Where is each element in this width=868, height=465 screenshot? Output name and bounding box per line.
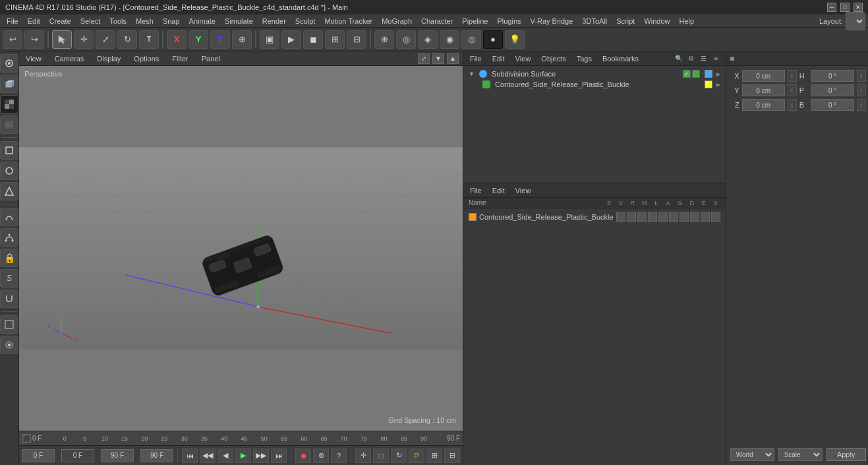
menu-character[interactable]: Character — [417, 16, 457, 26]
coord-p-val[interactable] — [811, 84, 854, 96]
lt-shading[interactable] — [0, 115, 18, 134]
redo-button[interactable]: ↪ — [24, 30, 44, 49]
object-list[interactable]: ▼ Subdivision Surface ✓ ▶ Contoured_Side… — [463, 66, 726, 183]
frame-current-input[interactable] — [61, 449, 94, 462]
picture-viewer-button[interactable]: ⊞ — [325, 30, 345, 49]
obj-menu-file[interactable]: File — [467, 53, 484, 64]
apply-button[interactable]: Apply — [826, 448, 866, 461]
obj-icon-search[interactable]: 🔍 — [674, 53, 684, 64]
minimize-button[interactable]: ─ — [827, 3, 836, 12]
menu-mesh[interactable]: Mesh — [132, 16, 158, 26]
vp-menu-display[interactable]: Display — [94, 53, 123, 64]
coord-h-val[interactable] — [811, 70, 854, 82]
transport-goto-start[interactable]: ⏮ — [182, 449, 198, 463]
attr-flag-s[interactable] — [616, 212, 625, 222]
obj-icon-settings[interactable]: ⚙ — [686, 53, 697, 64]
menu-script[interactable]: Script — [612, 16, 639, 26]
z-axis-button[interactable]: Z — [210, 30, 230, 49]
coord-z-pos[interactable] — [742, 99, 785, 111]
menu-mograph[interactable]: MoGraph — [378, 16, 416, 26]
lt-sym[interactable]: S — [0, 269, 18, 288]
snap-button[interactable]: ⊕ — [374, 30, 394, 49]
lt-effector[interactable] — [0, 336, 18, 354]
transport-add-key[interactable]: ✛ — [355, 449, 371, 463]
obj-icon-tree[interactable]: ≡ — [711, 53, 722, 64]
transport-goto-end[interactable]: ⏭ — [271, 449, 287, 463]
attr-flag-x[interactable] — [711, 212, 720, 222]
obj-menu-tags[interactable]: Tags — [574, 53, 594, 64]
x-axis-button[interactable]: X — [167, 30, 187, 49]
transport-ping-pong[interactable]: P — [409, 449, 424, 463]
lt-cube[interactable] — [0, 141, 18, 160]
render-settings-button[interactable]: ◼ — [303, 30, 323, 49]
vp-menu-cameras[interactable]: Cameras — [52, 53, 87, 64]
coord-scale-dropdown[interactable]: Scale — [778, 448, 823, 461]
menu-help[interactable]: Help — [676, 16, 699, 26]
lt-cone[interactable] — [0, 182, 18, 201]
timeline-area[interactable]: ⬛ 0 F 0 5 10 15 20 25 30 35 40 45 50 55 … — [19, 431, 463, 445]
menu-simulate[interactable]: Simulate — [221, 16, 257, 26]
coord-y-pos[interactable] — [742, 84, 785, 96]
vp-menu-view[interactable]: View — [23, 53, 44, 64]
layout-select[interactable]: Startup — [846, 12, 865, 30]
vp-ctrl-up[interactable]: ▲ — [447, 53, 459, 64]
coord-b-val[interactable] — [811, 99, 854, 111]
menu-sculpt[interactable]: Sculpt — [291, 16, 320, 26]
attr-flag-l[interactable] — [658, 212, 668, 222]
lt-array[interactable]: 🔒 — [0, 249, 18, 267]
coord-x-pos[interactable] — [742, 70, 785, 82]
coord-world-dropdown[interactable]: World — [730, 448, 774, 461]
transform-tool-button[interactable]: T — [139, 30, 159, 49]
transport-play[interactable]: ▶ — [235, 449, 251, 463]
menu-tools[interactable]: Tools — [105, 16, 130, 26]
menu-pipeline[interactable]: Pipeline — [458, 16, 492, 26]
menu-motion-tracker[interactable]: Motion Tracker — [320, 16, 376, 26]
lt-sphere[interactable] — [0, 162, 18, 180]
transport-minimize[interactable]: ⊟ — [444, 449, 460, 463]
viewport[interactable]: X Y Z — [19, 66, 463, 431]
transport-clear[interactable]: □ — [373, 449, 389, 463]
obj-icon-filter[interactable]: ☰ — [699, 53, 709, 64]
rotate-tool-button[interactable]: ↻ — [117, 30, 137, 49]
menu-select[interactable]: Select — [76, 16, 105, 26]
obj-menu-bookmarks[interactable]: Bookmarks — [600, 53, 641, 64]
frame-start-input[interactable] — [22, 449, 55, 462]
menu-animate[interactable]: Animate — [185, 16, 219, 26]
render-region-button[interactable]: ▣ — [260, 30, 279, 49]
menu-file[interactable]: File — [3, 16, 22, 26]
menu-edit[interactable]: Edit — [24, 16, 44, 26]
attr-flag-a[interactable] — [669, 212, 678, 222]
snap5-button[interactable]: ◎ — [461, 30, 481, 49]
menu-3dtoall[interactable]: 3DToAll — [578, 16, 611, 26]
attr-menu-file[interactable]: File — [467, 185, 484, 196]
snap3-button[interactable]: ◈ — [418, 30, 438, 49]
transport-stop[interactable]: ⊗ — [313, 449, 329, 463]
obj-menu-view[interactable]: View — [513, 53, 534, 64]
transport-grid[interactable]: ⊞ — [426, 449, 442, 463]
y-axis-button[interactable]: Y — [188, 30, 208, 49]
obj-vis-2[interactable] — [692, 70, 700, 78]
lt-spline[interactable] — [0, 208, 18, 226]
menu-vray[interactable]: V-Ray Bridge — [527, 16, 577, 26]
vp-menu-filter[interactable]: Filter — [169, 53, 190, 64]
lt-cube-tool[interactable] — [0, 75, 18, 93]
transport-loop[interactable]: ↻ — [391, 449, 407, 463]
undo-button[interactable]: ↩ — [3, 30, 22, 49]
transport-record[interactable]: ⏺ — [295, 449, 311, 463]
object-subdivision[interactable]: ▼ Subdivision Surface ✓ ▶ — [463, 69, 726, 79]
transport-next-frame[interactable]: ▶▶ — [253, 449, 269, 463]
transport-prev-key[interactable]: ◀◀ — [200, 449, 216, 463]
menu-snap[interactable]: Snap — [159, 16, 184, 26]
transport-auto[interactable]: ? — [331, 449, 347, 463]
lt-paint[interactable] — [0, 315, 18, 334]
vp-menu-panel[interactable]: Panel — [199, 53, 223, 64]
obj-menu-edit[interactable]: Edit — [490, 53, 507, 64]
snap4-button[interactable]: ◉ — [440, 30, 459, 49]
light-button[interactable]: 💡 — [505, 30, 525, 49]
lt-select-tool[interactable] — [0, 54, 18, 73]
select-tool-button[interactable] — [52, 30, 72, 49]
lt-nurbs[interactable] — [0, 228, 18, 247]
attr-row-buckle[interactable]: Contoured_Side_Release_Plastic_Buckle — [463, 211, 726, 223]
move-tool-button[interactable]: ✛ — [74, 30, 94, 49]
close-button[interactable]: ✕ — [854, 3, 863, 12]
